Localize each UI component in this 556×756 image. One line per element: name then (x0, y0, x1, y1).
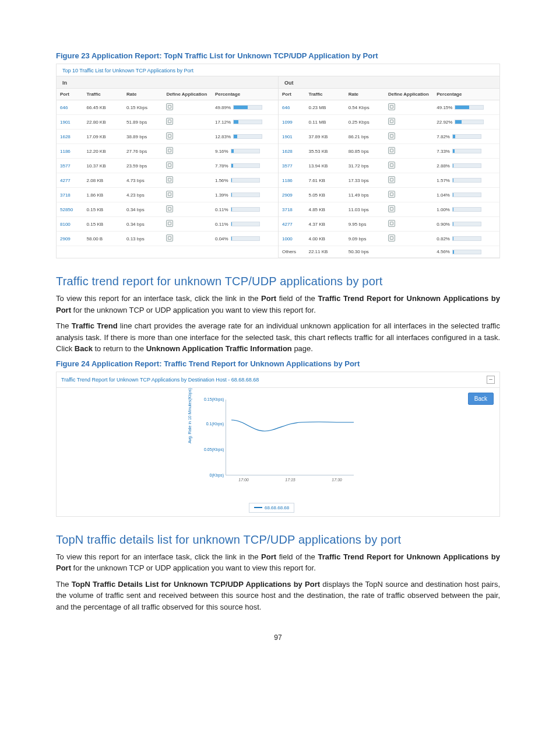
define-application-icon[interactable] (166, 235, 173, 242)
percentage-bar (231, 192, 260, 197)
table-row: 190137.89 KB86.21 bps7.82% (279, 130, 499, 144)
section-traffic-trend-heading: Traffic trend report for unknown TCP/UDP… (56, 275, 500, 288)
port-cell[interactable]: 8100 (57, 217, 83, 232)
percentage-cell: 1.04% (433, 188, 499, 202)
define-application-icon[interactable] (166, 118, 173, 125)
rate-cell: 51.89 bps (123, 115, 163, 130)
define-application-cell[interactable] (385, 173, 433, 188)
port-cell[interactable]: 646 (279, 100, 305, 115)
define-application-icon[interactable] (388, 103, 395, 110)
percentage-bar (452, 134, 481, 139)
chart-y-axis-label: Avg. Rate in 10 Minutes(Kbps) (188, 388, 192, 443)
define-application-cell[interactable] (385, 232, 433, 246)
traffic-cell: 35.53 KB (305, 144, 344, 159)
y-tick-3: 0.15(Kbps) (204, 397, 224, 401)
define-application-icon[interactable] (388, 235, 395, 242)
define-application-cell[interactable] (163, 173, 212, 188)
define-application-cell[interactable] (385, 115, 433, 130)
define-application-cell[interactable] (385, 100, 433, 115)
traffic-cell: 5.05 KB (305, 188, 344, 202)
define-application-icon[interactable] (166, 162, 173, 169)
define-application-icon[interactable] (166, 103, 173, 110)
define-application-cell[interactable] (163, 130, 212, 144)
port-cell[interactable]: 4277 (57, 173, 83, 188)
define-application-icon[interactable] (166, 176, 173, 183)
define-application-icon[interactable] (388, 118, 395, 125)
port-cell[interactable]: 1901 (279, 130, 305, 144)
traffic-cell: 12.20 KB (83, 144, 123, 159)
port-cell[interactable]: 1000 (279, 232, 305, 246)
port-cell[interactable]: 52850 (57, 202, 83, 217)
define-application-icon[interactable] (166, 147, 173, 154)
define-application-cell[interactable] (163, 115, 212, 130)
col-header: Rate (345, 89, 385, 100)
percentage-bar (452, 236, 481, 241)
define-application-icon[interactable] (388, 205, 395, 212)
section2-p2: The TopN Traffic Details List for Unknow… (56, 579, 500, 613)
percentage-cell: 7.82% (433, 130, 499, 144)
port-cell: Others (279, 246, 305, 258)
define-application-icon[interactable] (166, 132, 173, 139)
traffic-cell: 4.37 KB (305, 217, 344, 232)
back-button[interactable]: Back (468, 393, 494, 405)
define-application-icon[interactable] (166, 205, 173, 212)
define-application-cell[interactable] (163, 100, 212, 115)
percentage-bar (452, 207, 481, 212)
define-application-cell[interactable] (385, 202, 433, 217)
y-tick-1: 0.05(Kbps) (204, 447, 224, 452)
rate-cell: 0.54 Kbps (345, 100, 385, 115)
define-application-icon[interactable] (388, 176, 395, 183)
define-application-cell[interactable] (385, 159, 433, 173)
define-application-cell[interactable] (385, 144, 433, 159)
define-application-cell[interactable] (163, 232, 212, 246)
table-row: 42772.08 KB4.73 bps1.56% (57, 173, 278, 188)
percentage-bar (452, 163, 481, 168)
define-application-icon[interactable] (388, 147, 395, 154)
port-cell[interactable]: 4277 (279, 217, 305, 232)
percentage-cell: 1.57% (433, 173, 499, 188)
collapse-icon[interactable]: – (487, 376, 495, 384)
define-application-icon[interactable] (166, 191, 173, 198)
traffic-cell: 37.89 KB (305, 130, 344, 144)
port-cell[interactable]: 1628 (279, 144, 305, 159)
col-header: Traffic (305, 89, 344, 100)
define-application-cell[interactable] (163, 188, 212, 202)
define-application-icon[interactable] (388, 220, 395, 227)
col-header: Port (57, 89, 83, 100)
define-application-icon[interactable] (388, 191, 395, 198)
table-row: 528500.15 KB0.34 bps0.11% (57, 202, 278, 217)
port-cell[interactable]: 3577 (279, 159, 305, 173)
define-application-cell[interactable] (163, 159, 212, 173)
traffic-cell: 7.61 KB (305, 173, 344, 188)
define-application-icon[interactable] (388, 162, 395, 169)
port-cell[interactable]: 2909 (57, 232, 83, 246)
port-cell[interactable]: 646 (57, 100, 83, 115)
page-number: 97 (56, 634, 500, 642)
percentage-cell: 0.82% (433, 232, 499, 246)
traffic-cell: 0.15 KB (83, 202, 123, 217)
port-cell[interactable]: 1099 (279, 115, 305, 130)
port-cell[interactable]: 3577 (57, 159, 83, 173)
percentage-cell: 7.33% (433, 144, 499, 159)
define-application-cell[interactable] (385, 217, 433, 232)
port-cell[interactable]: 1186 (57, 144, 83, 159)
port-cell[interactable]: 3718 (57, 188, 83, 202)
port-cell[interactable]: 1186 (279, 173, 305, 188)
percentage-cell: 0.04% (212, 232, 278, 246)
define-application-cell[interactable] (163, 217, 212, 232)
figure-24-caption: Figure 24 Application Report: Traffic Tr… (56, 359, 500, 368)
define-application-cell[interactable] (385, 188, 433, 202)
traffic-cell: 2.08 KB (83, 173, 123, 188)
port-cell[interactable]: 1628 (57, 130, 83, 144)
port-cell[interactable]: 3718 (279, 202, 305, 217)
define-application-icon[interactable] (388, 132, 395, 139)
define-application-cell[interactable] (163, 144, 212, 159)
table-row: 42774.37 KB9.95 bps0.90% (279, 217, 499, 232)
define-application-icon[interactable] (166, 220, 173, 227)
port-cell[interactable]: 2909 (279, 188, 305, 202)
port-cell[interactable]: 1901 (57, 115, 83, 130)
define-application-cell[interactable] (163, 202, 212, 217)
define-application-cell[interactable] (385, 130, 433, 144)
out-header: Out (279, 76, 499, 89)
table-row: 64666.45 KB0.15 Kbps49.89% (57, 100, 278, 115)
